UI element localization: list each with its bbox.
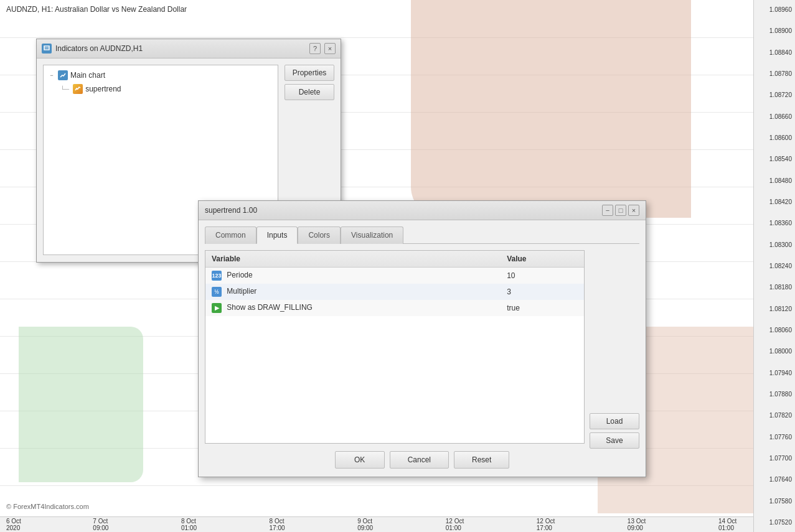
price-label: 1.07820 xyxy=(757,412,792,419)
price-label: 1.08780 xyxy=(757,70,792,77)
supertrend-fill-bullish xyxy=(19,327,143,482)
price-label: 1.07700 xyxy=(757,455,792,462)
tab-common[interactable]: Common xyxy=(205,226,256,244)
supertrend-titlebar: supertrend 1.00 − □ × xyxy=(199,201,646,220)
value-cell[interactable]: true xyxy=(501,300,584,316)
price-label: 1.08840 xyxy=(757,49,792,56)
params-table-area: Variable Value 123 Periode 10 xyxy=(205,250,585,444)
variable-cell: 123 Periode xyxy=(205,268,501,284)
price-label: 1.07640 xyxy=(757,476,792,483)
supertrend-title: supertrend 1.00 xyxy=(205,206,602,215)
price-label: 1.08000 xyxy=(757,348,792,355)
maximize-button[interactable]: □ xyxy=(615,205,626,216)
time-label: 8 Oct 01:00 xyxy=(181,518,207,531)
value-cell[interactable]: 10 xyxy=(501,268,584,284)
indicator-icon xyxy=(73,84,83,94)
chart-title: AUDNZD, H1: Australian Dollar vs New Zea… xyxy=(6,5,187,14)
price-label: 1.07940 xyxy=(757,370,792,376)
time-label: 12 Oct 17:00 xyxy=(537,518,565,531)
save-button[interactable]: Save xyxy=(590,432,639,449)
price-label: 1.08660 xyxy=(757,113,792,120)
table-row[interactable]: ½ Multiplier 3 xyxy=(205,284,584,300)
bool-icon: ▶ xyxy=(212,303,222,313)
titlebar-controls: − □ × xyxy=(602,205,639,216)
supertrend-body: Common Inputs Colors Visualization Varia… xyxy=(199,220,646,475)
price-axis: 1.08960 1.08900 1.08840 1.08780 1.08720 … xyxy=(753,0,795,532)
tree-item-supertrend[interactable]: └─ supertrend xyxy=(59,82,275,96)
dialog-help-button[interactable]: ? xyxy=(309,43,321,54)
bottom-buttons: OK Cancel Reset xyxy=(205,449,639,469)
num-icon: ½ xyxy=(212,287,222,297)
dialog-close-button[interactable]: × xyxy=(324,43,336,54)
tab-visualization[interactable]: Visualization xyxy=(341,226,403,244)
price-label: 1.08360 xyxy=(757,220,792,226)
tab-inputs[interactable]: Inputs xyxy=(256,226,298,244)
supertrend-dialog: supertrend 1.00 − □ × Common Inputs Colo… xyxy=(198,200,646,477)
time-axis: 6 Oct 2020 7 Oct 09:00 8 Oct 01:00 8 Oct… xyxy=(0,516,753,532)
properties-button[interactable]: Properties xyxy=(285,65,334,81)
price-label: 1.08180 xyxy=(757,284,792,291)
variable-name: Multiplier xyxy=(227,287,256,296)
value-cell[interactable]: 3 xyxy=(501,284,584,300)
close-button[interactable]: × xyxy=(628,205,639,216)
tab-colors[interactable]: Colors xyxy=(298,226,341,244)
dialog-titlebar: Indicators on AUDNZD,H1 ? × xyxy=(37,39,341,58)
tree-item-main-chart[interactable]: − Main chart xyxy=(47,68,275,82)
content-area: Variable Value 123 Periode 10 xyxy=(205,250,639,449)
column-value: Value xyxy=(501,251,584,268)
variable-cell: ½ Multiplier xyxy=(205,284,501,300)
price-label: 1.08060 xyxy=(757,327,792,334)
tabs-row: Common Inputs Colors Visualization xyxy=(205,226,639,244)
time-label: 12 Oct 01:00 xyxy=(446,518,474,531)
tree-connector: └─ xyxy=(60,86,69,93)
table-row[interactable]: ▶ Show as DRAW_FILLING true xyxy=(205,300,584,316)
cancel-button[interactable]: Cancel xyxy=(390,451,449,469)
tree-indicator-label: supertrend xyxy=(85,85,121,93)
time-label: 7 Oct 09:00 xyxy=(93,518,119,531)
dialog-icon xyxy=(42,44,52,54)
price-label: 1.08900 xyxy=(757,27,792,34)
price-label: 1.08420 xyxy=(757,198,792,205)
price-label: 1.08480 xyxy=(757,177,792,184)
price-label: 1.07580 xyxy=(757,498,792,505)
num-icon: 123 xyxy=(212,271,222,281)
price-label: 1.08720 xyxy=(757,91,792,98)
price-label: 1.08540 xyxy=(757,156,792,162)
minimize-button[interactable]: − xyxy=(602,205,613,216)
price-label: 1.07880 xyxy=(757,391,792,398)
collapse-icon: − xyxy=(48,72,55,79)
price-label: 1.07520 xyxy=(757,519,792,526)
price-label: 1.07760 xyxy=(757,434,792,441)
price-label: 1.08120 xyxy=(757,306,792,312)
chart-icon xyxy=(58,70,68,80)
price-label: 1.08300 xyxy=(757,241,792,248)
watermark: © ForexMT4Indicators.com xyxy=(6,503,89,510)
reset-button[interactable]: Reset xyxy=(454,451,509,469)
time-label: 14 Oct 01:00 xyxy=(718,518,747,531)
price-label: 1.08240 xyxy=(757,263,792,269)
ok-button[interactable]: OK xyxy=(335,451,385,469)
dialog-title: Indicators on AUDNZD,H1 xyxy=(55,44,306,53)
load-button[interactable]: Load xyxy=(590,413,639,429)
time-label: 13 Oct 09:00 xyxy=(628,518,656,531)
time-label: 6 Oct 2020 xyxy=(6,518,31,531)
variable-name: Periode xyxy=(227,271,252,279)
table-row[interactable]: 123 Periode 10 xyxy=(205,268,584,284)
params-table: Variable Value 123 Periode 10 xyxy=(205,251,584,316)
tree-main-chart-label: Main chart xyxy=(70,71,105,80)
time-label: 8 Oct 17:00 xyxy=(270,518,296,531)
delete-button[interactable]: Delete xyxy=(285,84,334,100)
variable-name: Show as DRAW_FILLING xyxy=(227,303,313,312)
time-label: 9 Oct 09:00 xyxy=(357,518,383,531)
variable-cell: ▶ Show as DRAW_FILLING xyxy=(205,300,501,316)
table-header-row: Variable Value xyxy=(205,251,584,268)
column-variable: Variable xyxy=(205,251,501,268)
price-label: 1.08600 xyxy=(757,134,792,141)
side-buttons: Load Save xyxy=(590,250,639,449)
price-label: 1.08960 xyxy=(757,6,792,13)
supertrend-fill-bearish xyxy=(411,0,691,218)
